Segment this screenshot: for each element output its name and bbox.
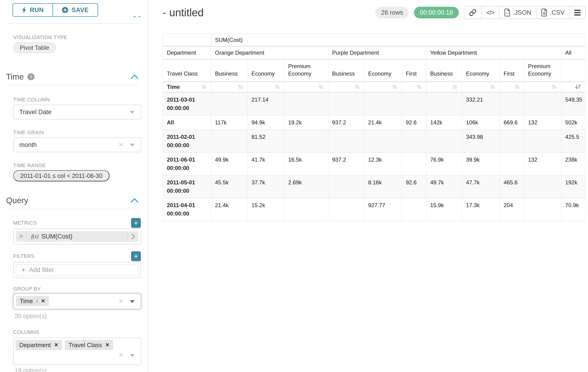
visualization-type-label: VISUALIZATION TYPE (13, 34, 67, 41)
tag-label: Department (19, 341, 51, 349)
table-row: 2011-06-01 00:00:0049.9k41.7k16.5k937.21… (163, 152, 586, 175)
time-grain-select[interactable]: month ✕ (13, 138, 141, 152)
row-label-cell: 2011-02-01 00:00:00 (163, 130, 211, 152)
export-csv-button[interactable]: .CSV (536, 7, 569, 19)
table-row: 2011-04-01 00:00:0021.4k15.2k927.7715.9k… (163, 198, 586, 221)
chevron-down-icon (130, 144, 135, 147)
value-cell: 16.5k (284, 152, 328, 175)
value-cell (211, 92, 248, 115)
metric-pill[interactable]: ✕ f(x) SUM(Cost) (16, 231, 138, 242)
save-button[interactable]: SAVE (52, 4, 98, 16)
file-text-icon (541, 9, 547, 17)
department-group-header: Yellow Department (426, 46, 561, 59)
sort-header-cell[interactable] (248, 82, 284, 92)
sort-icon (274, 84, 280, 90)
sort-icon (489, 84, 496, 90)
value-cell (328, 130, 364, 152)
value-cell: 92.6 (402, 175, 426, 198)
add-metric-button[interactable]: + (131, 218, 141, 228)
sort-header-cell[interactable]: Time (163, 82, 211, 92)
columns-label: COLUMNS (13, 329, 39, 335)
value-cell: 17.3k (462, 198, 500, 221)
value-cell: 21.4k (211, 198, 248, 221)
metric-name: SUM(Cost) (41, 233, 127, 240)
value-cell: 70.9k (561, 198, 586, 221)
columns-tag: Travel Class ✕ (65, 340, 113, 350)
time-range-value[interactable]: 2011-01-01 ≤ col < 2011-06-30 (13, 170, 109, 181)
value-cell: 41.7k (248, 152, 284, 175)
sort-header-cell[interactable] (328, 82, 364, 92)
add-filter-button[interactable]: + Add filter (16, 264, 138, 276)
value-cell (524, 130, 561, 152)
view-query-button[interactable]: </> (481, 7, 499, 19)
chart-title[interactable]: - untitled (163, 6, 204, 19)
sort-header-cell[interactable] (462, 82, 500, 92)
clear-icon[interactable]: ✕ (118, 141, 123, 148)
clear-icon[interactable]: ✕ (118, 298, 123, 305)
row-dimension-label: Time (167, 84, 180, 90)
chevron-right-icon[interactable] (127, 231, 138, 242)
sort-header-cell[interactable] (524, 82, 561, 92)
value-cell (500, 130, 524, 152)
sort-header-cell[interactable] (402, 82, 426, 92)
sort-header-cell[interactable] (500, 82, 524, 92)
share-link-button[interactable] (464, 7, 481, 19)
panel-resize-dots (134, 16, 140, 17)
plus-icon: + (21, 266, 26, 274)
visualization-type-value[interactable]: Pivot Table (13, 42, 56, 53)
sort-header-cell[interactable] (211, 82, 248, 92)
travel-class-header: Economy (364, 59, 402, 82)
remove-metric-icon[interactable]: ✕ (16, 231, 27, 242)
sort-desc-icon (575, 84, 581, 90)
travel-class-header: Business (211, 59, 248, 82)
value-cell (211, 130, 248, 152)
value-cell (284, 130, 328, 152)
remove-tag-icon[interactable]: ✕ (54, 342, 58, 348)
menu-button[interactable] (569, 7, 585, 19)
travel-class-header: Premium Economy (524, 59, 561, 82)
run-button[interactable]: RUN (13, 4, 52, 16)
control-panel: Chart Type RUN SAVE VISUALIZATION TYPE P… (0, 0, 148, 372)
query-save-bar: RUN SAVE (0, 0, 148, 17)
value-cell: 8.16k (364, 175, 402, 198)
sort-icon (237, 84, 243, 90)
remove-tag-icon[interactable]: ✕ (41, 298, 45, 304)
pivot-table: SUM(Cost)DepartmentOrange DepartmentPurp… (163, 33, 586, 221)
value-cell: 47.7k (462, 175, 500, 198)
row-count-badge: 26 rows (375, 7, 409, 18)
sort-header-cell[interactable] (284, 82, 328, 92)
sort-header-cell[interactable] (364, 82, 402, 92)
chevron-down-icon (130, 111, 135, 114)
travel-class-header: Economy (248, 59, 284, 82)
chevron-down-icon (130, 354, 135, 357)
travel-class-header: First (402, 59, 426, 82)
sort-header-cell[interactable] (426, 82, 462, 92)
value-cell: 15.2k (248, 198, 284, 221)
columns-select[interactable]: Department ✕ Travel Class ✕ ✕ (13, 338, 141, 365)
chevron-up-icon[interactable] (131, 198, 138, 203)
table-row: 2011-03-01 00:00:00217.14332.21549.35 (163, 92, 586, 115)
sort-header-cell[interactable] (561, 82, 586, 92)
value-cell: 49.7k (426, 175, 462, 198)
value-cell (426, 130, 462, 152)
value-cell: 217.14 (248, 92, 284, 115)
clear-icon[interactable]: ✕ (118, 351, 123, 359)
add-filter-plus-button[interactable]: + (131, 251, 141, 261)
sort-icon (452, 84, 458, 90)
sort-icon (318, 84, 324, 90)
group-by-select[interactable]: Time i ✕ ✕ (13, 293, 141, 309)
columns-options-hint: 19 option(s) (15, 367, 46, 372)
value-cell (500, 152, 524, 175)
export-json-button[interactable]: </> .JSON (499, 7, 536, 19)
value-cell: 204 (500, 198, 524, 221)
info-icon[interactable]: i (36, 298, 38, 304)
travel-class-header: Premium Economy (284, 59, 328, 82)
remove-tag-icon[interactable]: ✕ (105, 342, 109, 348)
chevron-down-icon (130, 300, 135, 303)
svg-text:</>: </> (505, 12, 509, 15)
tag-label: Time (20, 298, 33, 305)
info-icon[interactable]: i (27, 73, 34, 80)
chevron-up-icon[interactable] (131, 74, 138, 79)
time-column-select[interactable]: Travel Date (13, 105, 141, 119)
fx-icon: f(x) (31, 234, 39, 239)
